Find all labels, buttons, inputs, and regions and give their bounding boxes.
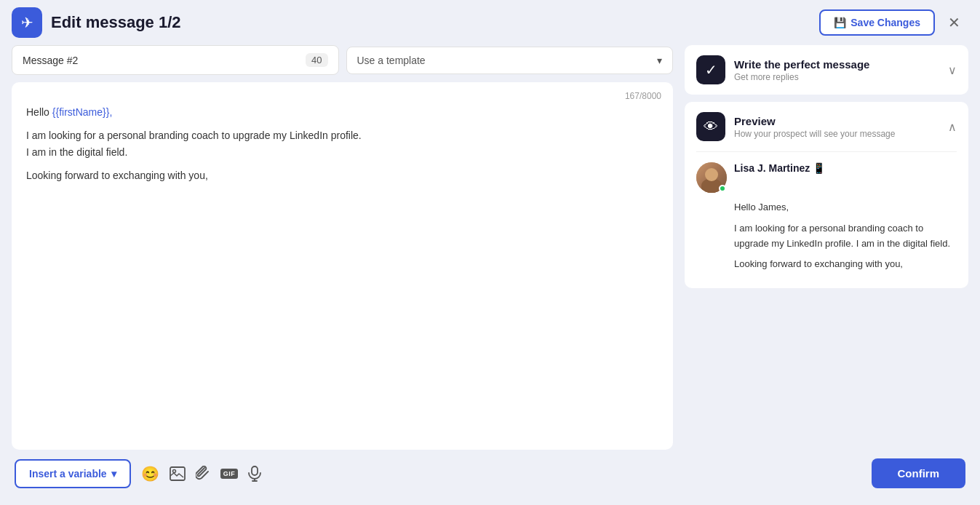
- save-icon: 💾: [834, 17, 846, 28]
- write-message-text: Write the perfect message Get more repli…: [734, 58, 869, 82]
- firstname-variable: {{firstName}},: [52, 106, 113, 118]
- char-count-badge: 40: [306, 53, 327, 67]
- page-title: Edit message 1/2: [51, 13, 181, 32]
- template-select[interactable]: Use a template ▾: [346, 47, 674, 74]
- title-area: ✈ Edit message 1/2: [12, 7, 181, 38]
- preview-title: Preview: [734, 115, 895, 127]
- editor-line-2: I am looking for a personal branding coa…: [26, 127, 658, 160]
- message-label: Message #2: [23, 55, 78, 66]
- attachment-icon[interactable]: [196, 466, 210, 482]
- online-indicator: [719, 185, 726, 192]
- editor-area[interactable]: 167/8000 Hello {{firstName}}, I am looki…: [12, 82, 673, 450]
- editor-line-3: Looking forward to exchanging with you,: [26, 167, 658, 183]
- save-changes-button[interactable]: 💾 Save Changes: [819, 9, 935, 36]
- preview-panel: 👁 Preview How your prospect will see you…: [685, 102, 968, 288]
- right-column: ✓ Write the perfect message Get more rep…: [685, 45, 968, 450]
- write-message-collapse-button[interactable]: ∨: [948, 63, 957, 77]
- preview-content: Lisa J. Martinez 📱 Hello James, I am loo…: [696, 151, 957, 272]
- preview-subtitle: How your prospect will see your message: [734, 129, 895, 139]
- preview-line-2: I am looking for a personal branding coa…: [734, 221, 957, 252]
- left-column: Message #2 40 Use a template ▾ 167/8000 …: [12, 45, 673, 450]
- char-limit-info: 167/8000: [625, 90, 661, 103]
- editor-text: Hello {{firstName}}, I am looking for a …: [26, 104, 658, 184]
- chevron-down-icon: ▾: [657, 55, 662, 66]
- write-message-title: Write the perfect message: [734, 58, 869, 71]
- preview-collapse-button[interactable]: ∧: [948, 120, 957, 134]
- insert-variable-label: Insert a variable: [29, 468, 107, 480]
- svg-rect-2: [252, 466, 258, 475]
- write-message-header: ✓ Write the perfect message Get more rep…: [696, 55, 957, 84]
- message-label-box: Message #2 40: [12, 45, 339, 75]
- app-logo-icon: ✈: [12, 7, 42, 38]
- gif-icon[interactable]: GIF: [220, 469, 239, 479]
- close-button[interactable]: ✕: [942, 11, 965, 34]
- preview-header: 👁 Preview How your prospect will see you…: [696, 112, 957, 141]
- preview-message: Hello James, I am looking for a personal…: [696, 200, 957, 272]
- write-message-subtitle: Get more replies: [734, 72, 869, 82]
- avatar-wrap: [696, 162, 727, 193]
- image-icon[interactable]: [170, 466, 186, 481]
- write-message-icon: ✓: [696, 55, 725, 84]
- confirm-button[interactable]: Confirm: [872, 458, 966, 488]
- preview-line-3: Looking forward to exchanging with you,: [734, 257, 957, 272]
- controls-row: Message #2 40 Use a template ▾: [12, 45, 673, 75]
- prospect-name: Lisa J. Martinez 📱: [734, 162, 825, 174]
- top-bar: ✈ Edit message 1/2 💾 Save Changes ✕: [0, 0, 980, 45]
- toolbar-icons: 😊 GIF: [141, 465, 262, 482]
- insert-variable-button[interactable]: Insert a variable ▾: [15, 459, 131, 488]
- svg-point-1: [172, 469, 175, 472]
- write-message-panel: ✓ Write the perfect message Get more rep…: [685, 45, 968, 95]
- editor-line-1: Hello {{firstName}},: [26, 104, 658, 120]
- preview-line-1: Hello James,: [734, 200, 957, 215]
- chevron-down-icon: ▾: [111, 468, 116, 480]
- bottom-left-actions: Insert a variable ▾ 😊 GIF: [15, 459, 261, 488]
- main-content: Message #2 40 Use a template ▾ 167/8000 …: [0, 45, 980, 450]
- preview-text: Preview How your prospect will see your …: [734, 115, 895, 139]
- write-message-header-left: ✓ Write the perfect message Get more rep…: [696, 55, 869, 84]
- top-right-actions: 💾 Save Changes ✕: [819, 9, 965, 36]
- bottom-bar: Insert a variable ▾ 😊 GIF: [0, 450, 980, 497]
- mic-icon[interactable]: [248, 466, 261, 482]
- preview-header-left: 👁 Preview How your prospect will see you…: [696, 112, 895, 141]
- prospect-row: Lisa J. Martinez 📱: [696, 162, 957, 193]
- template-placeholder: Use a template: [357, 55, 426, 66]
- emoji-icon[interactable]: 😊: [141, 465, 159, 482]
- preview-icon: 👁: [696, 112, 725, 141]
